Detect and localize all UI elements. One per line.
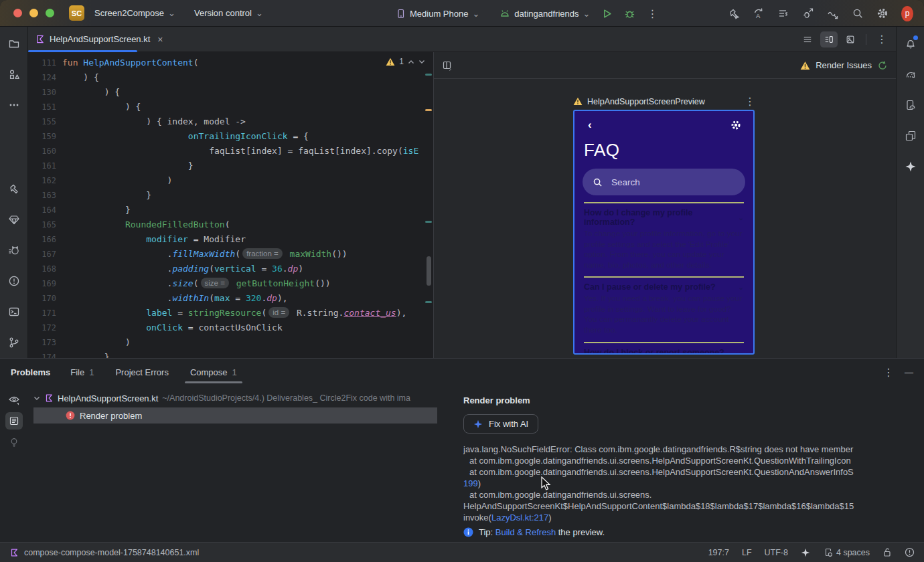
design-view-button[interactable] [842, 31, 859, 48]
code-line[interactable]: 124 ) { [28, 70, 433, 85]
stack-link[interactable]: LazyDsl.kt:217 [491, 512, 548, 523]
fix-with-ai-button[interactable]: Fix with AI [463, 414, 538, 434]
inspections-status-icon[interactable] [905, 547, 915, 557]
code-line[interactable]: 161 } [28, 159, 433, 173]
code-line[interactable]: 174 } [28, 350, 433, 358]
preview-menu-icon[interactable]: ⋮ [745, 95, 755, 108]
status-file-name[interactable]: compose-compose-model-1758748140651.xml [24, 548, 199, 557]
inspection-widget[interactable]: 1 [386, 57, 425, 66]
gemini-icon[interactable] [902, 158, 919, 175]
zoom-window-button[interactable] [46, 9, 54, 17]
code-line[interactable]: 111fun HelpAndSupportContent( [28, 56, 433, 70]
gear-icon[interactable] [730, 120, 741, 130]
search-everywhere-icon[interactable] [848, 3, 868, 23]
ai-status-icon[interactable] [801, 548, 810, 557]
code-line[interactable]: 159 onTrailingIconClick = { [28, 129, 433, 144]
run-button[interactable] [597, 3, 617, 23]
code-line[interactable]: 165 RoundedFilledButton( [28, 217, 433, 232]
code-editor[interactable]: 111fun HelpAndSupportContent(124 ) {130 … [28, 52, 434, 358]
tab-compose[interactable]: Compose 1 [189, 359, 238, 385]
stack-link[interactable]: 199 [463, 478, 478, 488]
code-line[interactable]: 171 label = stringResource(id = R.string… [28, 306, 433, 320]
file-encoding[interactable]: UTF-8 [765, 548, 788, 557]
debug-button[interactable] [619, 3, 639, 23]
app-inspection-icon[interactable] [823, 3, 843, 23]
notifications-icon[interactable] [902, 35, 919, 52]
panel-options-icon[interactable]: ⋮ [883, 366, 894, 379]
task-list-icon[interactable] [773, 3, 793, 23]
code-line[interactable]: 162 ) [28, 173, 433, 188]
device-manager-icon[interactable] [902, 96, 919, 114]
code-line[interactable]: 166 modifier = Modifier [28, 232, 433, 247]
project-selector[interactable]: Screen2Compose ⌄ [90, 5, 179, 21]
close-tab-icon[interactable]: × [157, 34, 163, 45]
logcat-icon[interactable] [5, 242, 23, 259]
tab-file[interactable]: File 1 [69, 359, 95, 385]
faq-question[interactable]: Can I pause or delete my profile?⌄ [584, 282, 744, 292]
problems-tool-window-icon[interactable] [5, 272, 23, 290]
expand-chevron-icon[interactable]: ⌄ [739, 214, 744, 221]
preview-toggle-icon[interactable] [5, 391, 23, 408]
code-view-button[interactable] [799, 31, 816, 48]
code-line[interactable]: 155 ) { index, model -> [28, 114, 433, 129]
faq-question[interactable]: How do I block or report someone?⌄ [584, 348, 744, 355]
preview-name[interactable]: HelpAndSupportScreenPreview [587, 97, 740, 106]
caret-position[interactable]: 197:7 [708, 548, 729, 557]
code-line[interactable]: 170 .widthIn(max = 320.dp), [28, 291, 433, 306]
device-selector[interactable]: Medium Phone ⌄ [392, 6, 483, 21]
code-line[interactable]: 164 } [28, 203, 433, 217]
preview-device-frame[interactable]: ‹ FAQ Search [573, 110, 755, 355]
code-line[interactable]: 172 onClick = contactUsOnClick [28, 320, 433, 335]
editor-tab[interactable]: HelpAndSupportScreen.kt × [28, 27, 171, 52]
close-window-button[interactable] [13, 9, 22, 17]
prev-problem-icon[interactable] [408, 60, 414, 64]
panel-title[interactable]: Problems [11, 367, 50, 377]
tab-project-errors[interactable]: Project Errors [114, 359, 169, 385]
hide-panel-icon[interactable]: — [905, 367, 913, 377]
quickfix-bulb-icon[interactable] [5, 434, 23, 451]
profiler-icon[interactable] [798, 3, 818, 23]
render-problem-row[interactable]: Render problem [33, 407, 437, 424]
back-icon[interactable]: ‹ [588, 120, 592, 130]
more-tool-windows-icon[interactable] [5, 96, 23, 114]
run-configuration-selector[interactable]: datingandfriends ⌄ [495, 6, 594, 21]
vcs-widget[interactable]: Version control ⌄ [190, 5, 267, 21]
faq-search-bar[interactable]: Search [583, 169, 745, 195]
write-access-lock-icon[interactable] [882, 547, 892, 557]
profile-avatar[interactable]: p [897, 3, 917, 23]
code-line[interactable]: 151 ) { [28, 100, 433, 114]
build-tool-window-icon[interactable] [5, 180, 23, 197]
more-run-options-icon[interactable]: ⋮ [642, 3, 662, 23]
line-separator[interactable]: LF [742, 548, 752, 557]
code-line[interactable]: 167 .fillMaxWidth(fraction = maxWidth()) [28, 247, 433, 262]
settings-icon[interactable] [872, 3, 893, 23]
expand-chevron-icon[interactable]: ⌄ [739, 284, 744, 291]
expand-chevron-icon[interactable]: ⌄ [739, 349, 744, 355]
running-devices-icon[interactable] [902, 127, 919, 145]
code-line[interactable]: 173 ) [28, 335, 433, 350]
app-quality-insights-icon[interactable] [5, 211, 23, 228]
build-refresh-link[interactable]: Build & Refresh [495, 527, 556, 537]
problem-file-row[interactable]: HelpAndSupportScreen.kt ~/AndroidStudioP… [33, 390, 455, 406]
switch-layout-icon[interactable] [442, 60, 453, 71]
code-line[interactable]: 168 .padding(vertical = 36.dp) [28, 262, 433, 276]
code-line[interactable]: 169 .size(size = getButtonHeight()) [28, 276, 433, 291]
code-line[interactable]: 163 } [28, 188, 433, 203]
render-issues-label[interactable]: Render Issues [816, 60, 872, 70]
details-view-icon[interactable] [5, 412, 23, 430]
version-control-icon[interactable] [5, 334, 23, 351]
code-line[interactable]: 130 ) { [28, 85, 433, 100]
split-view-button[interactable] [820, 31, 838, 48]
next-problem-icon[interactable] [418, 60, 425, 64]
minimize-window-button[interactable] [29, 9, 38, 17]
build-icon[interactable] [724, 3, 744, 23]
gradle-icon[interactable] [902, 66, 919, 83]
code-line[interactable]: 160 faqList[index] = faqList[index].copy… [28, 144, 433, 159]
terminal-icon[interactable] [5, 303, 23, 320]
ai-actions-icon[interactable]: A [749, 3, 769, 23]
indent-setting[interactable]: 4 spaces [823, 547, 870, 557]
editor-scrollbar[interactable] [427, 256, 431, 286]
build-refresh-icon[interactable] [877, 60, 888, 71]
resource-manager-icon[interactable] [5, 66, 23, 83]
faq-question[interactable]: How do I change my profile information?⌄ [584, 208, 744, 227]
